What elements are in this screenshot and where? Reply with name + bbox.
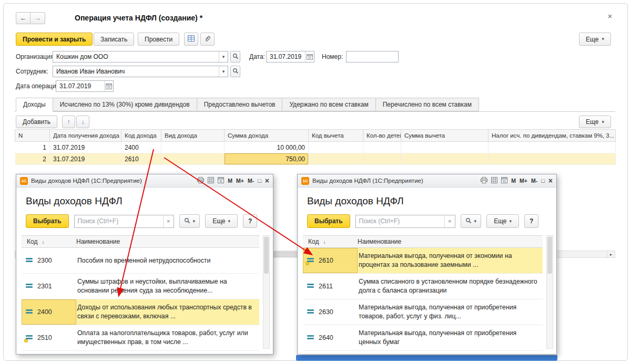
employee-field[interactable] <box>53 66 219 77</box>
column-code-header[interactable]: Код↓ <box>303 238 358 245</box>
print-icon[interactable] <box>197 177 204 185</box>
organization-field[interactable] <box>53 51 219 62</box>
tab-transferred-all-rates[interactable]: Перечислено по всем ставкам <box>375 98 479 111</box>
popup-more-button[interactable]: Еще▾ <box>486 214 519 228</box>
column-income-kind[interactable]: Вид дохода <box>161 130 225 142</box>
calendar-icon[interactable] <box>305 51 314 62</box>
name-cell[interactable]: Пособия по временной нетрудоспособности <box>76 254 259 268</box>
cell-income-code[interactable]: 2400 <box>121 142 161 153</box>
name-cell[interactable]: Сумма списанного в установленном порядке… <box>358 275 543 297</box>
column-income-code[interactable]: Код дохода <box>121 130 161 142</box>
number-field[interactable] <box>347 51 398 62</box>
cell-income-date[interactable]: 31.07.2019 <box>50 153 121 165</box>
name-cell[interactable]: Материальная выгода, полученная от эконо… <box>358 249 543 272</box>
table-icon[interactable] <box>208 177 214 185</box>
code-cell[interactable]: 2300 <box>22 248 76 273</box>
organization-open-button[interactable] <box>230 51 240 63</box>
employee-input[interactable]: ▾ <box>53 66 228 77</box>
popup-close-icon[interactable]: × <box>265 176 269 185</box>
grid-more-button[interactable]: Еще▾ <box>579 116 611 128</box>
select-button[interactable]: Выбрать <box>307 214 350 228</box>
popup-titlebar[interactable]: 1С Виды доходов НДФЛ (1С:Предприятие) 31… <box>16 174 273 188</box>
name-cell[interactable]: Суммы штрафов и неустойки, выплачиваемые… <box>76 275 259 297</box>
memory-m-button[interactable]: M <box>511 178 516 184</box>
write-button[interactable]: Записать <box>94 33 134 46</box>
column-name-header[interactable]: Наименование <box>358 238 401 245</box>
cell-income-code[interactable]: 2610 <box>121 153 161 165</box>
cell-children-count[interactable] <box>363 153 401 165</box>
employee-open-button[interactable] <box>230 66 240 77</box>
calendar-icon[interactable] <box>104 81 113 91</box>
tab-calculated-13-30[interactable]: Исчислено по 13% (30%) кроме дивидендов <box>53 98 197 111</box>
name-cell[interactable]: Доходы от использования любых транспортн… <box>76 300 259 323</box>
column-n[interactable]: N <box>15 130 50 142</box>
table-row[interactable]: 2 31.07.2019 2610 750,00 <box>15 153 616 165</box>
list-item-selected[interactable]: 2610 Материальная выгода, полученная от … <box>303 248 543 274</box>
operation-date-input[interactable] <box>56 80 114 92</box>
code-cell[interactable]: 2301 <box>22 274 76 299</box>
cell-deduction-amount[interactable] <box>401 153 488 165</box>
cell-income-amount[interactable]: 10 000,00 <box>225 142 309 153</box>
column-income-amount[interactable]: Сумма дохода <box>225 130 309 142</box>
memory-m-plus-button[interactable]: M+ <box>520 178 527 184</box>
cell-deduction-amount[interactable] <box>401 142 488 153</box>
calendar-31-icon[interactable]: 31 <box>218 177 224 185</box>
list-item[interactable]: 2630 Материальная выгода, полученная от … <box>303 299 543 325</box>
scrollbar-thumb[interactable] <box>264 237 269 274</box>
list-item-selected[interactable]: 2400 Доходы от использования любых транс… <box>22 299 259 325</box>
window-close-icon[interactable]: × <box>605 11 615 21</box>
name-cell[interactable]: Оплата за налогоплательщика товаров, раб… <box>76 326 259 349</box>
search-box[interactable]: × <box>355 215 455 228</box>
column-code-header[interactable]: Код↓ <box>22 238 76 245</box>
post-and-close-button[interactable]: Провести и закрыть <box>16 33 93 46</box>
forward-button[interactable]: → <box>30 12 45 24</box>
list-item[interactable]: 2300 Пособия по временной нетрудоспособн… <box>22 248 259 274</box>
name-cell[interactable]: Материальная выгода, полученная от приоб… <box>358 326 543 349</box>
organization-input[interactable]: ▾ <box>53 51 228 63</box>
help-button[interactable]: ? <box>524 214 538 228</box>
column-name-header[interactable]: Наименование <box>76 238 120 245</box>
scroll-right-icon[interactable]: ▸ <box>607 251 615 257</box>
vertical-scrollbar[interactable] <box>546 235 553 349</box>
print-icon[interactable] <box>481 177 487 185</box>
cell-income-amount-selected[interactable]: 750,00 <box>225 153 309 165</box>
clear-search-icon[interactable]: × <box>163 215 174 227</box>
clear-search-icon[interactable]: × <box>444 215 455 227</box>
name-cell[interactable]: Материальная выгода, полученная от приоб… <box>358 300 543 323</box>
code-cell[interactable]: 2640 <box>303 325 358 350</box>
help-button[interactable]: ? <box>243 214 257 228</box>
column-income-date[interactable]: Дата получения дохода <box>50 130 121 142</box>
table-icon[interactable] <box>491 177 497 185</box>
post-button[interactable]: Провести <box>138 33 179 46</box>
memory-m-minus-button[interactable]: M- <box>531 178 537 184</box>
maximize-icon[interactable]: □ <box>541 178 545 184</box>
column-deduction-amount[interactable]: Сумма вычета <box>401 130 488 142</box>
table-row[interactable]: 1 31.07.2019 2400 10 000,00 <box>15 142 616 153</box>
memory-m-minus-button[interactable]: M- <box>248 178 254 184</box>
search-options-button[interactable]: ▾ <box>179 214 200 228</box>
tab-withheld-all-rates[interactable]: Удержано по всем ставкам <box>282 98 375 111</box>
move-up-button[interactable]: ↑ <box>62 116 75 128</box>
code-cell[interactable]: 2400 <box>22 299 76 325</box>
number-input[interactable] <box>346 51 399 63</box>
employee-dropdown-icon[interactable]: ▾ <box>219 66 228 77</box>
memory-m-plus-button[interactable]: M+ <box>236 178 244 184</box>
attachment-icon-button[interactable] <box>200 33 215 46</box>
search-input[interactable] <box>75 215 163 227</box>
tab-deductions-provided[interactable]: Предоставлено вычетов <box>197 98 283 111</box>
cell-deduction-code[interactable] <box>309 153 363 165</box>
list-item[interactable]: 2301 Суммы штрафов и неустойки, выплачив… <box>22 274 259 299</box>
maximize-icon[interactable]: □ <box>258 178 261 184</box>
toolbar-more-button[interactable]: Еще▾ <box>579 33 611 46</box>
column-deduction-code[interactable]: Код вычета <box>309 130 363 142</box>
organization-dropdown-icon[interactable]: ▾ <box>219 51 228 62</box>
cell-n[interactable]: 2 <box>15 153 50 165</box>
list-item[interactable]: 2640 Материальная выгода, полученная от … <box>303 325 543 351</box>
code-cell[interactable]: 2610 <box>303 248 358 273</box>
calendar-31-icon[interactable]: 31 <box>501 177 507 185</box>
move-down-button[interactable]: ↓ <box>76 116 89 128</box>
tab-income[interactable]: Доходы <box>16 98 53 112</box>
cell-dividend-tax[interactable] <box>488 153 616 165</box>
column-children-count[interactable]: Кол-во детей <box>363 130 401 142</box>
list-item[interactable]: 2611 Сумма списанного в установленном по… <box>303 274 543 299</box>
